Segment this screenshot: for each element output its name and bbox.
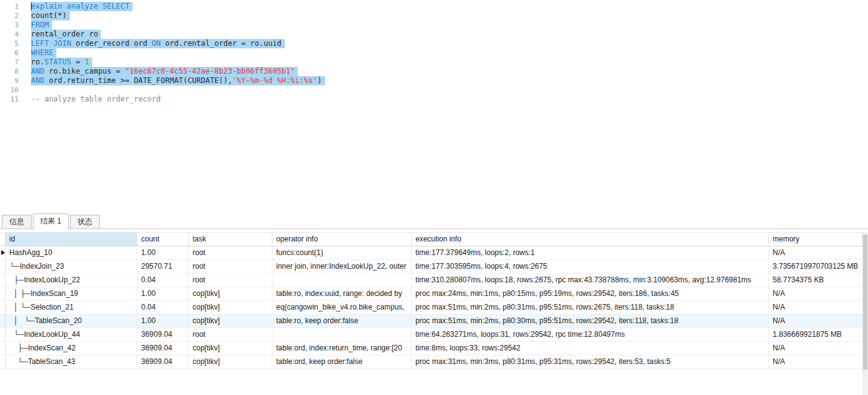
cell-op[interactable]: table:ro, keep order:false <box>272 315 412 328</box>
cell-task[interactable]: root <box>189 274 272 287</box>
cell-mem[interactable]: N/A <box>769 342 862 355</box>
cell-id[interactable]: └─IndexJoin_23 <box>6 260 137 273</box>
code-line[interactable]: 7ro.STATUS = 1 <box>0 58 868 67</box>
column-header-exec[interactable]: execution info <box>412 233 769 246</box>
cell-exec[interactable]: proc max:51ms, min:2ms, p80:31ms, p95:51… <box>412 301 769 314</box>
row-selector-gutter[interactable] <box>0 355 6 368</box>
tab-active[interactable]: 结果 1 <box>33 214 69 229</box>
cell-task[interactable]: cop[tikv] <box>189 342 272 355</box>
cell-exec[interactable]: time:177.379649ms, loops:2, rows:1 <box>412 246 769 259</box>
cell-exec[interactable]: time:310.280807ms, loops:18, rows:2675, … <box>412 274 769 287</box>
code-text-selected: FROM <box>31 20 52 30</box>
cell-task[interactable]: root <box>189 260 272 273</box>
row-selector-gutter[interactable] <box>0 287 6 300</box>
row-selector-gutter[interactable] <box>0 274 6 287</box>
code-line[interactable]: 1explain analyze SELECT <box>0 2 868 11</box>
cell-id[interactable]: │ └─Selection_21 <box>6 301 137 314</box>
code-line[interactable]: 9AND ord.return_time >= DATE_FORMAT(CURD… <box>0 76 868 85</box>
grid-vertical-scrollbar[interactable] <box>862 232 868 395</box>
cell-count[interactable]: 0.04 <box>137 274 189 287</box>
sql-editor[interactable]: 1explain analyze SELECT2count(*)3FROM4re… <box>0 0 868 213</box>
code-text-selected: explain analyze SELECT <box>31 2 132 11</box>
cell-task[interactable]: cop[tikv] <box>189 315 272 328</box>
table-row[interactable]: HashAgg_101.00rootfuncs:count(1)time:177… <box>0 246 862 260</box>
cell-count[interactable]: 0.04 <box>137 301 189 314</box>
cell-task[interactable]: cop[tikv] <box>189 355 272 368</box>
code-line[interactable]: 11-- analyze table order_record <box>0 95 868 104</box>
cell-id[interactable]: ├─IndexLookUp_22 <box>6 274 137 287</box>
cell-op[interactable] <box>272 274 412 287</box>
table-row[interactable]: ├─IndexScan_4236909.04cop[tikv]table:ord… <box>0 342 862 355</box>
code-line[interactable]: 10 <box>0 85 868 95</box>
row-selector-gutter[interactable] <box>0 246 6 259</box>
tab-inactive[interactable]: 信息 <box>2 215 32 228</box>
cell-op[interactable]: table:ord, index:return_time, range:[20 <box>272 342 412 355</box>
scrollbar-thumb[interactable] <box>863 235 867 370</box>
code-line[interactable]: 8AND ro.bike_campus = "16ec67c0-4c55-42a… <box>0 67 868 76</box>
cell-task[interactable]: root <box>189 246 272 259</box>
code-line[interactable]: 3FROM <box>0 20 868 30</box>
cell-op[interactable]: inner join, inner:IndexLookUp_22, outer <box>272 260 412 273</box>
cell-op[interactable]: eq(cangowin_bike_v4.ro.bike_campus, <box>272 301 412 314</box>
cell-id[interactable]: ├─IndexScan_42 <box>6 342 137 355</box>
table-row[interactable]: ├─IndexLookUp_220.04roottime:310.280807m… <box>0 274 862 287</box>
table-row[interactable]: └─IndexLookUp_4436909.04roottime:64.2632… <box>0 328 862 342</box>
cell-op[interactable]: table:ord, keep order:false <box>272 355 412 368</box>
table-row[interactable]: │ └─Selection_210.04cop[tikv]eq(cangowin… <box>0 301 862 315</box>
table-row[interactable]: └─IndexJoin_2329570.71rootinner join, in… <box>0 260 862 274</box>
row-selector-gutter[interactable] <box>0 342 6 355</box>
cell-count[interactable]: 1.00 <box>137 246 189 259</box>
cell-count[interactable]: 36909.04 <box>137 342 189 355</box>
cell-count[interactable]: 1.00 <box>137 315 189 328</box>
cell-mem[interactable]: N/A <box>769 355 862 368</box>
cell-exec[interactable]: proc max:51ms, min:2ms, p80:30ms, p95:51… <box>412 315 769 328</box>
table-row[interactable]: └─TableScan_4336909.04cop[tikv]table:ord… <box>0 355 862 369</box>
cell-id[interactable]: HashAgg_10 <box>6 246 137 259</box>
cell-id[interactable]: │ └─TableScan_20 <box>6 315 137 328</box>
cell-exec[interactable]: proc max:24ms, min:1ms, p80:15ms, p95:19… <box>412 287 769 300</box>
cell-mem[interactable]: N/A <box>769 315 862 328</box>
cell-mem[interactable]: N/A <box>769 287 862 300</box>
row-selector-gutter[interactable] <box>0 328 6 341</box>
row-selector-gutter[interactable] <box>0 315 6 328</box>
cell-count[interactable]: 29570.71 <box>137 260 189 273</box>
column-header-id[interactable]: id <box>6 233 137 246</box>
cell-count[interactable]: 36909.04 <box>137 355 189 368</box>
cell-op[interactable]: funcs:count(1) <box>272 246 412 259</box>
cell-mem[interactable]: N/A <box>769 246 862 259</box>
code-text-selected: ro.STATUS = 1 <box>31 58 92 67</box>
cell-mem[interactable]: N/A <box>769 301 862 314</box>
code-line[interactable]: 2count(*) <box>0 11 868 20</box>
cell-op[interactable] <box>272 328 412 341</box>
table-row[interactable]: │ ├─IndexScan_191.00cop[tikv]table:ro, i… <box>0 287 862 301</box>
cell-id[interactable]: │ ├─IndexScan_19 <box>6 287 137 300</box>
tab-inactive[interactable]: 状态 <box>70 215 100 228</box>
cell-exec[interactable]: time:8ms, loops:33, rows:29542 <box>412 342 769 355</box>
table-row[interactable]: │ └─TableScan_201.00cop[tikv]table:ro, k… <box>0 315 862 328</box>
row-selector-gutter-header[interactable] <box>0 233 6 246</box>
row-selector-gutter[interactable] <box>0 301 6 314</box>
cell-mem[interactable]: 1.836669921875 MB <box>769 328 862 341</box>
cell-exec[interactable]: time:64.263271ms, loops:31, rows:29542, … <box>412 328 769 341</box>
cell-task[interactable]: cop[tikv] <box>189 287 272 300</box>
cell-id[interactable]: └─TableScan_43 <box>6 355 137 368</box>
column-header-count[interactable]: count <box>137 233 189 246</box>
cell-exec[interactable]: time:177.303595ms, loops:4, rows:2675 <box>412 260 769 273</box>
cell-mem[interactable]: 3.7356719970703125 MB <box>769 260 862 273</box>
cell-id[interactable]: └─IndexLookUp_44 <box>6 328 137 341</box>
cell-count[interactable]: 1.00 <box>137 287 189 300</box>
column-header-op[interactable]: operator info <box>272 233 412 246</box>
row-selector-gutter[interactable] <box>0 260 6 273</box>
cell-task[interactable]: cop[tikv] <box>189 301 272 314</box>
cell-count[interactable]: 36909.04 <box>137 328 189 341</box>
cell-mem[interactable]: 58.7734375 KB <box>769 274 862 287</box>
column-header-task[interactable]: task <box>189 233 272 246</box>
column-header-mem[interactable]: memory <box>769 233 862 246</box>
cell-task[interactable]: root <box>189 328 272 341</box>
code-line[interactable]: 4rental_order ro <box>0 30 868 39</box>
code-token-kw: LEFT JOIN <box>31 39 71 48</box>
code-line[interactable]: 5LEFT JOIN order_record ord ON ord.renta… <box>0 39 868 48</box>
cell-exec[interactable]: proc max:31ms, min:3ms, p80:31ms, p95:31… <box>412 355 769 368</box>
code-line[interactable]: 6WHERE <box>0 48 868 58</box>
cell-op[interactable]: table:ro, index:uuid, range: decided by <box>272 287 412 300</box>
